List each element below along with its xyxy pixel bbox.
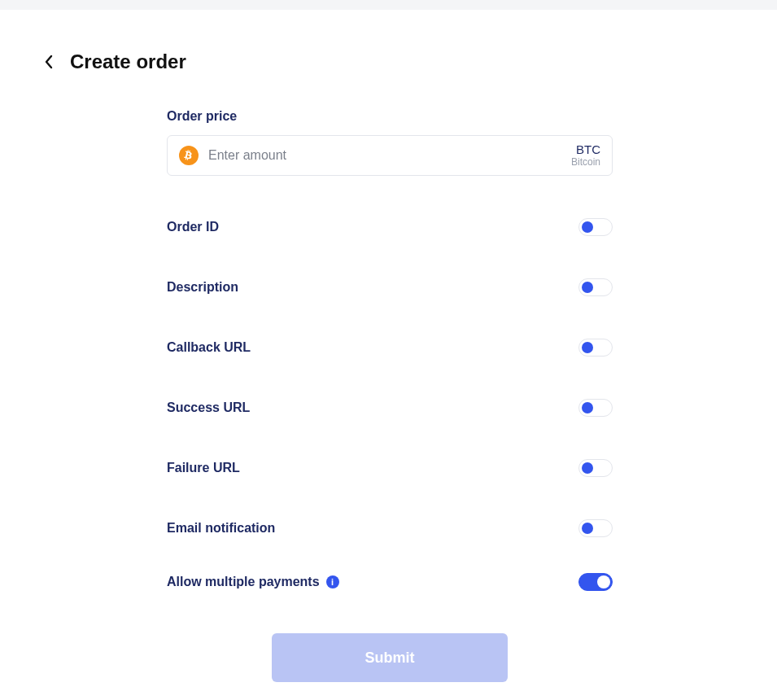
allow-multiple-toggle[interactable] (578, 573, 613, 591)
callback-url-toggle[interactable] (578, 339, 613, 357)
create-order-page: Create order Order price BTC Bitcoin Ord… (0, 10, 777, 682)
email-notification-toggle[interactable] (578, 519, 613, 537)
failure-url-row: Failure URL (167, 459, 613, 477)
bitcoin-icon (179, 146, 199, 165)
submit-wrap: Submit (167, 633, 613, 682)
chevron-left-icon (44, 55, 54, 69)
success-url-toggle[interactable] (578, 399, 613, 417)
currency-indicator: BTC Bitcoin (571, 143, 600, 168)
order-price-input[interactable] (208, 148, 561, 163)
order-price-label: Order price (167, 109, 613, 124)
failure-url-toggle[interactable] (578, 459, 613, 477)
order-id-toggle[interactable] (578, 218, 613, 236)
description-label: Description (167, 280, 238, 295)
allow-multiple-label: Allow multiple payments (167, 575, 320, 589)
page-title: Create order (70, 50, 186, 73)
back-button[interactable] (41, 54, 57, 70)
order-price-input-wrap: BTC Bitcoin (167, 135, 613, 176)
description-row: Description (167, 278, 613, 296)
description-toggle[interactable] (578, 278, 613, 296)
currency-code: BTC (571, 143, 600, 157)
info-icon[interactable]: i (326, 575, 339, 588)
top-bar (0, 0, 777, 10)
callback-url-label: Callback URL (167, 340, 251, 355)
allow-multiple-row: Allow multiple payments i (167, 573, 613, 591)
callback-url-row: Callback URL (167, 339, 613, 357)
email-notification-row: Email notification (167, 519, 613, 537)
email-notification-label: Email notification (167, 521, 275, 536)
success-url-label: Success URL (167, 400, 250, 415)
currency-name: Bitcoin (571, 157, 600, 168)
success-url-row: Success URL (167, 399, 613, 417)
failure-url-label: Failure URL (167, 461, 240, 475)
order-id-label: Order ID (167, 220, 219, 234)
page-header: Create order (41, 50, 736, 73)
submit-button[interactable]: Submit (272, 633, 508, 682)
order-id-row: Order ID (167, 218, 613, 236)
create-order-form: Order price BTC Bitcoin Order ID Descr (167, 109, 613, 682)
